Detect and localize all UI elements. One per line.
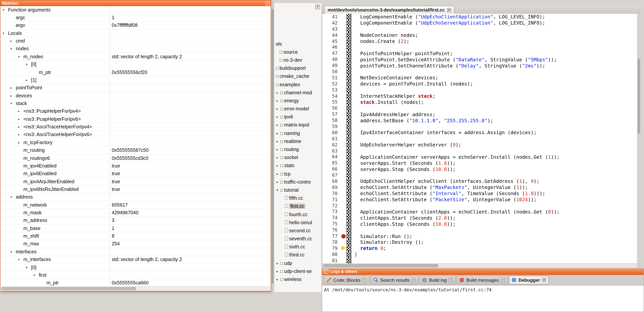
code-line[interactable]: 73 ApplicationContainer clientApps = ech… — [322, 209, 637, 215]
tree-item[interactable]: ▸channel-mod — [276, 89, 322, 97]
watch-row[interactable]: ▸<ns3::AsciiTraceHelperForIpv6> — [0, 131, 271, 139]
watch-row[interactable]: ▾[0] — [0, 61, 271, 69]
line-number[interactable]: 60 — [322, 130, 342, 135]
code-line[interactable]: 54 InternetStackHelper stack; — [322, 93, 637, 99]
chevron-down-icon[interactable]: ▾ — [3, 31, 8, 35]
line-number[interactable]: 79 — [322, 246, 342, 251]
code-line[interactable]: 50 — [322, 69, 637, 75]
tree-item[interactable]: ns-3-dev — [276, 56, 322, 64]
line-number[interactable]: 64 — [322, 154, 342, 160]
chevron-down-icon[interactable]: ▾ — [3, 8, 8, 12]
watch-row[interactable]: m_ptr0x55555556cf20 — [0, 69, 271, 76]
chevron-down-icon[interactable]: ▾ — [10, 47, 16, 51]
breakpoint-margin[interactable] — [342, 26, 346, 32]
code-editor[interactable]: 41 LogComponentEnable ("UdpEchoClientApp… — [322, 14, 637, 264]
chevron-down-icon[interactable]: ▾ — [26, 265, 31, 269]
watch-row[interactable]: ▾stack — [0, 100, 271, 108]
chevron-down-icon[interactable]: ▾ — [26, 62, 31, 66]
breakpoint-icon[interactable] — [342, 234, 346, 238]
chevron-right-icon[interactable]: ▸ — [276, 180, 280, 184]
management-vertical-scrollbar-thumb[interactable] — [272, 9, 274, 284]
chevron-right-icon[interactable]: ▸ — [274, 66, 276, 70]
editor-horizontal-scrollbar-thumb[interactable] — [323, 264, 438, 267]
chevron-right-icon[interactable]: ▸ — [276, 148, 280, 152]
editor-tab-first-cc[interactable]: mnt/dev/tools/source/ns-3-dev/examples/t… — [324, 6, 454, 14]
tree-item[interactable]: ▾tutorial — [276, 186, 322, 194]
line-number[interactable]: 43 — [322, 26, 342, 32]
breakpoint-margin[interactable] — [342, 87, 346, 93]
watch-row[interactable]: ▾interfaces — [0, 248, 271, 256]
code-text[interactable]: Simulator::Destroy (); — [352, 239, 424, 245]
code-text[interactable]: PointToPointHelper pointToPoint; — [352, 51, 453, 56]
tree-item[interactable]: ▾examples — [274, 80, 322, 89]
code-line[interactable]: 58 address.SetBase ("10.1.1.0", "255.255… — [322, 117, 637, 123]
watch-row[interactable]: ▸cmd — [0, 37, 271, 45]
watch-row[interactable]: ▾Function arguments — [0, 6, 271, 14]
line-number[interactable]: 51 — [322, 75, 342, 80]
watch-row[interactable]: ▾Locals — [0, 29, 271, 37]
tree-item[interactable]: third.cc — [285, 251, 322, 259]
code-text[interactable]: InternetStackHelper stack; — [352, 93, 436, 99]
line-number[interactable]: 80 — [322, 252, 342, 257]
chevron-right-icon[interactable]: ▸ — [18, 109, 24, 113]
chevron-right-icon[interactable]: ▸ — [10, 39, 16, 43]
watch-row[interactable]: ▸<ns3::AsciiTraceHelperForIpv4> — [0, 123, 271, 131]
line-number[interactable]: 66 — [322, 166, 342, 172]
line-number[interactable]: 81 — [322, 258, 342, 263]
code-line[interactable]: 42 LogComponentEnable ("UdpEchoServerApp… — [322, 20, 637, 26]
code-text[interactable]: echoClient.SetAttribute ("MaxPackets", U… — [352, 184, 528, 190]
breakpoint-margin[interactable] — [342, 160, 346, 166]
log-tab-build-log[interactable]: Build log✕ — [420, 276, 456, 284]
watch-row[interactable]: m_mask4294967040 — [0, 209, 271, 217]
code-text[interactable]: stack.Install (nodes); — [352, 99, 424, 105]
tree-item[interactable]: sixth.cc — [285, 243, 322, 251]
watch-row[interactable]: m_routingv60x5555555cd3c0 — [0, 155, 271, 162]
tree-item[interactable]: ▸energy — [276, 97, 322, 105]
breakpoint-margin[interactable] — [342, 203, 346, 209]
breakpoint-margin[interactable] — [342, 32, 346, 38]
watch-row[interactable]: m_address3 — [0, 217, 271, 225]
breakpoint-margin[interactable] — [342, 257, 346, 264]
breakpoint-margin[interactable] — [342, 56, 346, 62]
code-line[interactable]: 71 echoClient.SetAttribute ("PacketSize"… — [322, 196, 637, 203]
line-number[interactable]: 48 — [322, 57, 342, 62]
watch-row[interactable]: ▾m_nodesstd::vector of length 2, capacit… — [0, 53, 271, 61]
line-number[interactable]: 44 — [322, 32, 342, 38]
breakpoint-margin[interactable] — [342, 221, 346, 227]
code-line[interactable]: 81 — [322, 257, 637, 264]
code-line[interactable]: 41 LogComponentEnable ("UdpEchoClientApp… — [322, 14, 637, 20]
breakpoint-margin[interactable] — [342, 233, 346, 239]
chevron-right-icon[interactable]: ▸ — [276, 261, 280, 265]
chevron-right-icon[interactable]: ▸ — [18, 117, 24, 121]
code-text[interactable]: NetDeviceContainer devices; — [352, 75, 438, 81]
watch-row[interactable]: m_network655617 — [0, 201, 271, 209]
breakpoint-margin[interactable] — [342, 178, 346, 184]
code-text[interactable]: } — [352, 251, 357, 257]
close-icon[interactable]: ✕ — [542, 278, 546, 282]
breakpoint-margin[interactable] — [342, 148, 346, 154]
chevron-right-icon[interactable]: ▸ — [276, 91, 280, 95]
line-number[interactable]: 72 — [322, 203, 342, 208]
code-text[interactable]: serverApps.Stop (Seconds (10.0)); — [352, 166, 456, 172]
watch-row[interactable]: ▾address — [0, 193, 271, 201]
code-line[interactable]: 64 ApplicationContainer serverApps = ech… — [322, 154, 637, 160]
code-text[interactable]: UdpEchoClientHelper echoClient (interfac… — [352, 178, 539, 184]
log-tab-code-blocks[interactable]: Code::Blocks✕ — [324, 276, 369, 284]
line-number[interactable]: 57 — [322, 112, 342, 117]
breakpoint-margin[interactable] — [342, 190, 346, 197]
line-number[interactable]: 73 — [322, 209, 342, 214]
code-text[interactable]: clientApps.Start (Seconds (2.0)); — [352, 215, 456, 221]
chevron-right-icon[interactable]: ▸ — [10, 94, 16, 98]
chevron-right-icon[interactable]: ▸ — [276, 99, 280, 103]
watch-row[interactable]: ▸[1] — [0, 76, 271, 84]
code-text[interactable]: return 0; — [352, 246, 386, 251]
code-line[interactable]: 43 — [322, 26, 637, 32]
breakpoint-margin[interactable] — [342, 166, 346, 172]
watch-row[interactable]: ▸m_tcpFactory — [0, 139, 271, 147]
watch-row[interactable]: ▸<ns3::PcapHelperForIpv4> — [0, 108, 271, 115]
tree-item[interactable]: ▸udp-client-se — [276, 267, 322, 275]
chevron-down-icon[interactable]: ▾ — [18, 55, 24, 59]
editor-vertical-scrollbar[interactable] — [637, 14, 640, 264]
code-text[interactable]: Ipv4InterfaceContainer interfaces = addr… — [352, 130, 536, 136]
code-text[interactable]: Ipv4AddressHelper address; — [352, 111, 435, 117]
